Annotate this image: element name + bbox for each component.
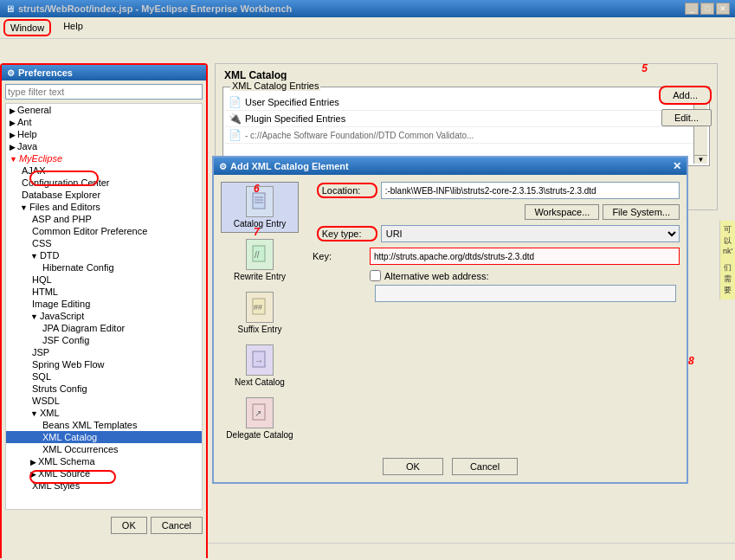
preferences-tree[interactable]: ▶General ▶Ant ▶Help ▶Java ▼MyEclipse AJA…: [5, 103, 203, 510]
tree-item-jsp[interactable]: JSP: [6, 346, 202, 358]
tree-item-xml-styles[interactable]: XML Styles: [6, 480, 202, 492]
add-button[interactable]: Add...: [659, 86, 712, 105]
maximize-button[interactable]: □: [700, 3, 714, 15]
tree-item-html[interactable]: HTML: [6, 286, 202, 298]
filesystem-button[interactable]: File System...: [603, 204, 680, 220]
entry-apache[interactable]: 📄 - c://Apache Software Foundation//DTD …: [225, 127, 707, 144]
key-row: Key:: [306, 248, 680, 265]
add-dialog-title: ⚙ Add XML Catalog Element ✕: [214, 158, 687, 175]
key-type-label: Key type:: [317, 226, 377, 241]
tree-item-config-center[interactable]: Configuration Center: [6, 177, 202, 189]
preferences-cancel-button[interactable]: Cancel: [151, 517, 203, 534]
window-title: struts/WebRoot/index.jsp - MyEclipse Ent…: [18, 3, 292, 14]
tree-item-java[interactable]: ▶Java: [6, 140, 202, 152]
key-input[interactable]: [370, 248, 680, 265]
tree-item-beans-xml[interactable]: Beans XML Templates: [6, 419, 202, 431]
tree-item-help[interactable]: ▶Help: [6, 128, 202, 140]
entry-type-next[interactable]: → Next Catalog: [221, 340, 299, 391]
add-dialog-ok-button[interactable]: OK: [383, 458, 443, 475]
alt-web-checkbox[interactable]: [370, 270, 381, 281]
svg-text:→: →: [255, 356, 263, 365]
location-label: Location:: [317, 183, 377, 198]
tree-item-xml-catalog[interactable]: XML Catalog: [6, 431, 202, 443]
svg-rect-0: [253, 193, 265, 209]
tree-item-xml-source[interactable]: ▶XML Source: [6, 467, 202, 480]
tree-item-ant[interactable]: ▶Ant: [6, 116, 202, 128]
filter-input[interactable]: [5, 84, 203, 100]
tree-item-db-explorer[interactable]: Database Explorer: [6, 189, 202, 201]
tree-item-hql[interactable]: HQL: [6, 274, 202, 286]
title-bar: 🖥 struts/WebRoot/index.jsp - MyEclipse E…: [0, 0, 735, 17]
rewrite-entry-label: Rewrite Entry: [234, 272, 286, 281]
annotation-7: 7: [254, 226, 260, 238]
add-dialog-close-button[interactable]: ✕: [673, 160, 681, 172]
tree-item-xml-schema[interactable]: ▶XML Schema: [6, 455, 202, 467]
entry-type-rewrite[interactable]: // Rewrite Entry: [221, 235, 299, 286]
tree-item-jpa[interactable]: JPA Diagram Editor: [6, 322, 202, 334]
annotation-5: 5: [642, 62, 648, 74]
menu-bar: Window Help: [0, 17, 735, 39]
close-button[interactable]: ✕: [716, 3, 730, 15]
preferences-ok-button[interactable]: OK: [111, 517, 147, 534]
tree-item-general[interactable]: ▶General: [6, 104, 202, 116]
help-menu[interactable]: Help: [58, 19, 88, 36]
key-type-select[interactable]: URI Public ID System ID: [381, 225, 680, 242]
preferences-title: Preferences: [18, 68, 73, 78]
suffix-entry-label: Suffix Entry: [238, 325, 282, 334]
entries-label: XML Catalog Entries: [230, 80, 320, 91]
entries-scrollbar[interactable]: ▲ ▼: [693, 94, 707, 164]
alt-web-input[interactable]: [375, 285, 676, 302]
tree-item-common-editor[interactable]: Common Editor Preference: [6, 225, 202, 237]
delegate-catalog-label: Delegate Catalog: [226, 430, 293, 440]
tree-item-asp-php[interactable]: ASP and PHP: [6, 213, 202, 225]
file-buttons-row: Workspace... File System...: [306, 204, 680, 220]
tree-item-files-editors[interactable]: ▼Files and Editors: [6, 201, 202, 213]
catalog-entry-label: Catalog Entry: [234, 219, 287, 229]
alt-web-input-area: [375, 285, 676, 302]
tree-item-dtd[interactable]: ▼DTD: [6, 249, 202, 261]
tree-item-struts[interactable]: Struts Config: [6, 383, 202, 395]
preferences-buttons: OK Cancel: [2, 513, 206, 537]
tree-item-jsf[interactable]: JSF Config: [6, 334, 202, 346]
location-row: 6 Location:: [306, 182, 680, 199]
tree-item-css[interactable]: CSS: [6, 237, 202, 249]
svg-text:##: ##: [254, 303, 262, 312]
preferences-title-bar: ⚙ Preferences: [2, 65, 206, 80]
tree-item-image-editing[interactable]: Image Editing: [6, 298, 202, 310]
catalog-entry-icon: [246, 186, 274, 217]
rewrite-entry-icon: //: [246, 239, 274, 270]
svg-text://: //: [255, 250, 260, 260]
tree-item-ajax[interactable]: AJAX: [6, 164, 202, 177]
alt-web-row: Alternative web address:: [370, 270, 680, 281]
pref-filter-area: [2, 80, 206, 103]
entry-user-specified[interactable]: 📄 User Specified Entries: [225, 94, 707, 111]
side-note: 可以 nk' 们需要: [719, 221, 735, 299]
tree-item-sql[interactable]: SQL: [6, 370, 202, 383]
add-dialog-title-text: Add XML Catalog Element: [230, 161, 673, 171]
tree-item-myeclipse[interactable]: ▼MyEclipse: [6, 152, 202, 164]
suffix-entry-icon: ##: [246, 292, 274, 323]
svg-text:↗: ↗: [255, 409, 261, 418]
edit-button[interactable]: Edit...: [661, 109, 712, 126]
next-catalog-label: Next Catalog: [235, 377, 285, 387]
add-dialog-cancel-button[interactable]: Cancel: [452, 458, 518, 475]
window-menu[interactable]: Window: [3, 19, 51, 36]
workspace-button[interactable]: Workspace...: [525, 204, 599, 220]
entry-type-suffix[interactable]: ## Suffix Entry: [221, 287, 299, 338]
entry-plugin-specified[interactable]: 🔌 Plugin Specified Entries: [225, 111, 707, 127]
entry-type-catalog[interactable]: Catalog Entry: [221, 182, 299, 233]
tree-item-javascript[interactable]: ▼JavaScript: [6, 310, 202, 322]
tree-item-xml-occurrences[interactable]: XML Occurrences: [6, 443, 202, 455]
tree-item-xml[interactable]: ▼XML: [6, 407, 202, 419]
tree-item-spring[interactable]: Spring Web Flow: [6, 358, 202, 370]
tree-item-hibernate[interactable]: Hibernate Config: [6, 261, 202, 274]
entry-types-list: Catalog Entry // Rewrite Entry ## Suffix…: [221, 182, 299, 444]
minimize-button[interactable]: _: [685, 3, 699, 15]
location-input[interactable]: [381, 182, 680, 199]
tree-item-wsdl[interactable]: WSDL: [6, 395, 202, 407]
add-dialog-body: Catalog Entry // Rewrite Entry ## Suffix…: [214, 175, 687, 451]
entry-type-delegate[interactable]: ↗ Delegate Catalog: [221, 393, 299, 444]
title-bar-left: 🖥 struts/WebRoot/index.jsp - MyEclipse E…: [5, 3, 292, 14]
window-controls: _ □ ✕: [685, 3, 730, 15]
annotation-6: 6: [254, 183, 260, 195]
